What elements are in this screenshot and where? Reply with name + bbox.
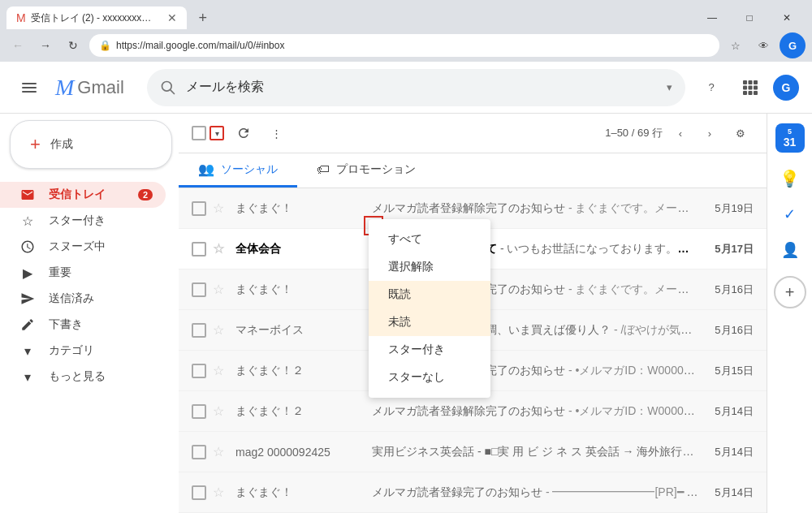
svg-rect-12	[749, 91, 753, 95]
calendar-icon[interactable]: 5 31	[775, 123, 805, 153]
sidebar-item-inbox[interactable]: 受信トレイ 2	[0, 182, 166, 208]
email-sender: マネーボイス	[235, 323, 365, 338]
sidebar-drafts-label: 下書き	[49, 317, 83, 332]
dropdown-item-unread[interactable]: 未読	[369, 308, 490, 336]
help-button[interactable]: ?	[695, 71, 728, 104]
forward-button[interactable]: →	[34, 34, 57, 57]
logo-m: M	[55, 75, 74, 101]
star-button[interactable]: ☆	[213, 444, 229, 459]
star-button[interactable]: ☆	[213, 403, 229, 419]
email-checkbox[interactable]	[192, 485, 206, 500]
svg-rect-5	[743, 80, 747, 84]
address-bar-row: ← → ↻ 🔒 https://mail.google.com/mail/u/0…	[0, 29, 812, 62]
contacts-icon[interactable]: 👤	[774, 234, 806, 266]
logo-text: Gmail	[77, 77, 123, 98]
inbox-badge: 2	[138, 189, 153, 200]
email-checkbox[interactable]	[192, 201, 206, 216]
gmail-header: M Gmail メールを検索 ▾ ?	[0, 62, 812, 114]
star-button[interactable]: ☆	[213, 363, 229, 378]
sidebar-categories-label: カテゴリ	[49, 343, 94, 358]
sidebar-item-starred[interactable]: ☆ スター付き	[0, 208, 166, 234]
address-input[interactable]: 🔒 https://mail.google.com/mail/u/0/#inbo…	[89, 34, 719, 57]
sidebar-item-sent[interactable]: 送信済み	[0, 286, 166, 312]
maximize-button[interactable]: □	[731, 6, 768, 29]
star-button[interactable]: ☆	[213, 282, 229, 297]
email-subject: メルマガ読者登録解除完了のお知らせ - まぐまぐです。メールマガジンの読者登..…	[372, 201, 698, 216]
email-checkbox[interactable]	[192, 323, 206, 338]
email-checkbox[interactable]	[192, 242, 206, 256]
right-sidebar: 5 31 💡 ✓ 👤 +	[767, 114, 812, 513]
star-button[interactable]: ☆	[213, 485, 229, 500]
primary-tab-label: ソーシャル	[221, 162, 278, 177]
refresh-button[interactable]	[231, 120, 257, 146]
draft-icon	[19, 317, 36, 332]
gmail-logo: M Gmail	[55, 75, 124, 101]
email-checkbox[interactable]	[192, 364, 206, 378]
search-placeholder: メールを検索	[186, 79, 657, 96]
svg-line-4	[171, 89, 175, 93]
extension-icon[interactable]: 👁	[752, 34, 775, 57]
primary-tab-icon: 👥	[198, 162, 214, 177]
table-row[interactable]: ☆ mag2 0000092425 実用ビジネス英会話 - ■□実 用 ビ ジ …	[179, 432, 767, 472]
new-tab-button[interactable]: +	[193, 8, 213, 28]
dropdown-item-deselect[interactable]: 選択解除	[369, 253, 490, 281]
star-button[interactable]: ☆	[213, 322, 229, 338]
sidebar-snoozed-label: スヌーズ中	[49, 239, 106, 254]
keep-icon[interactable]: 💡	[774, 162, 806, 195]
refresh-icon	[236, 126, 251, 140]
select-all-checkbox[interactable]	[192, 126, 206, 140]
more-options-button[interactable]: ⋮	[263, 120, 289, 146]
email-checkbox[interactable]	[192, 445, 206, 459]
tasks-icon[interactable]: ✓	[774, 198, 806, 231]
apps-icon	[742, 80, 758, 96]
star-button[interactable]: ☆	[213, 200, 229, 216]
minimize-button[interactable]: —	[693, 6, 731, 29]
sidebar-item-drafts[interactable]: 下書き	[0, 312, 166, 338]
next-page-button[interactable]: ›	[698, 122, 721, 144]
reload-button[interactable]: ↻	[62, 34, 84, 57]
category-tabs: 👥 ソーシャル 🏷 プロモーション	[179, 153, 767, 188]
close-button[interactable]: ✕	[768, 6, 806, 29]
compose-button[interactable]: + 作成	[10, 120, 172, 169]
sidebar-item-snoozed[interactable]: スヌーズ中	[0, 234, 166, 260]
active-tab[interactable]: M 受信トレイ (2) - xxxxxxxx@x... ✕	[6, 6, 187, 29]
sidebar-inbox-label: 受信トレイ	[49, 188, 106, 202]
compose-label: 作成	[50, 137, 73, 152]
email-date: 5月16日	[705, 323, 754, 338]
star-button[interactable]: ☆	[213, 241, 229, 256]
add-app-button[interactable]: +	[774, 276, 806, 308]
hamburger-menu[interactable]	[13, 71, 45, 104]
email-subject: メルマガ読者登録解除完了のお知らせ - •メルマガID：W000000003 •…	[372, 404, 698, 419]
star-icon: ☆	[19, 213, 36, 229]
back-button[interactable]: ←	[6, 34, 29, 57]
apps-button[interactable]	[734, 71, 767, 104]
bookmark-icon[interactable]: ☆	[724, 34, 747, 57]
email-sender: まぐまぐ！	[235, 485, 365, 500]
account-icon[interactable]: G	[780, 32, 806, 58]
sidebar-item-categories[interactable]: ▾ カテゴリ	[0, 338, 166, 364]
sidebar-item-more[interactable]: ▾ もっと見る	[0, 364, 166, 390]
inbox-icon	[19, 188, 36, 202]
address-text: https://mail.google.com/mail/u/0/#inbox	[116, 40, 284, 51]
dropdown-item-all[interactable]: すべて	[369, 226, 490, 253]
search-dropdown-icon[interactable]: ▾	[667, 81, 672, 93]
dropdown-item-read[interactable]: 既読	[369, 281, 490, 308]
email-subject: 実用ビジネス英会話 - ■□実 用 ビ ジ ネ ス 英会話 → 海外旅行英会話 …	[372, 445, 698, 459]
svg-rect-9	[749, 85, 753, 89]
settings-button[interactable]: ⚙	[728, 120, 754, 146]
prev-page-button[interactable]: ‹	[669, 122, 692, 144]
sidebar-more-label: もっと見る	[49, 369, 106, 384]
select-dropdown-button[interactable]: ▾	[209, 126, 224, 140]
user-avatar[interactable]: G	[773, 75, 799, 101]
table-row[interactable]: ☆ まぐまぐ！ メルマガ読者登録完了のお知らせ - ━━━━━━━━━[PR]━…	[179, 472, 767, 513]
sidebar-item-important[interactable]: ▶ 重要	[0, 260, 166, 286]
tab-social[interactable]: 🏷 プロモーション	[297, 153, 435, 188]
dropdown-item-unstarred[interactable]: スターなし	[369, 364, 490, 391]
dropdown-item-starred[interactable]: スター付き	[369, 336, 490, 364]
tab-close-button[interactable]: ✕	[167, 11, 177, 24]
email-checkbox[interactable]	[192, 282, 206, 297]
email-date: 5月19日	[705, 201, 754, 216]
email-checkbox[interactable]	[192, 404, 206, 419]
search-bar[interactable]: メールを検索 ▾	[147, 69, 685, 106]
tab-primary[interactable]: 👥 ソーシャル	[179, 153, 297, 188]
